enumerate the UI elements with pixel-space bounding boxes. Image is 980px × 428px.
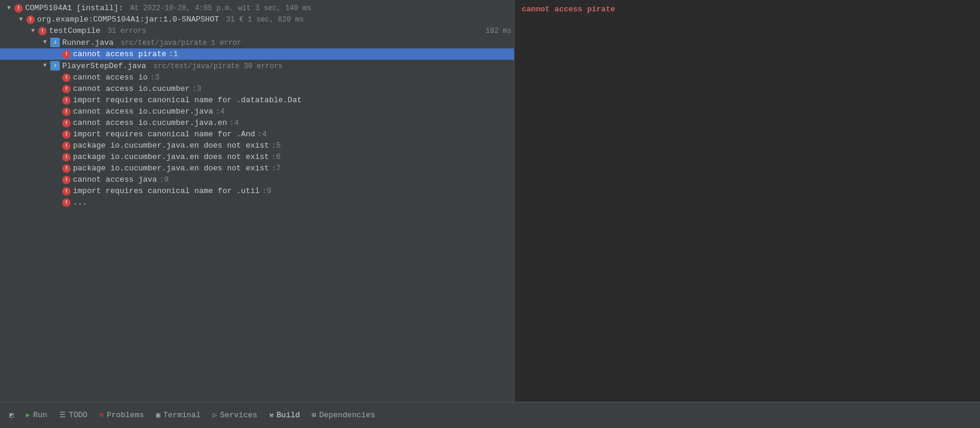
item-text-player-step-def: PlayerStepDef.java src/test/java/pirate … [62,62,512,71]
error-icon-err11: ! [62,187,71,195]
chevron-placeholder [53,153,61,161]
chevron-runner-java[interactable] [41,38,49,47]
item-time-test-compile: 182 ms [486,27,512,35]
tree-item-err5[interactable]: !cannot access io.cucumber.java.en:4 [0,117,514,129]
toolbar-label-build: Build [276,411,300,420]
error-icon-err12: ! [62,198,71,207]
chevron-placeholder [53,119,61,127]
toolbar-item-dependencies[interactable]: ⊞Dependencies [307,408,380,422]
chevron-test-compile[interactable] [29,27,37,35]
error-icon-err4: ! [62,108,71,116]
toolbar-item-todo[interactable]: ☰TODO [54,408,92,422]
error-icon-err7: ! [62,142,71,150]
chevron-placeholder [53,108,61,116]
error-text-err10: cannot access java [73,175,157,184]
tree-item-err6[interactable]: !import requires canonical name for .And… [0,129,514,140]
toolbar-label-dependencies: Dependencies [319,411,376,420]
error-text-err6: import requires canonical name for .And [73,130,255,139]
toolbar-item-problems[interactable]: ⊗Problems [95,408,149,422]
line-num-err11: :9 [262,187,272,195]
line-num-err10: :9 [159,175,169,184]
line-num-err7: :5 [272,141,281,150]
terminal-icon: ▣ [156,411,160,420]
error-icon-err1: ! [62,74,71,82]
build-icon: ⚒ [269,411,273,420]
tree-item-err10[interactable]: !cannot access java:9 [0,174,514,185]
error-count-test-compile: 31 errors [108,27,147,35]
tree-item-err12[interactable]: !... [0,197,514,208]
line-num-err9: :7 [272,164,281,173]
error-text-err5: cannot access io.cucumber.java.en [73,118,227,127]
right-panel: cannot access pirate [515,0,980,402]
tree-item-err3[interactable]: !import requires canonical name for .dat… [0,94,514,106]
filename-org-example: org.example:COMP5104A1:jar:1.0-SNAPSHOT [37,15,219,24]
filename-runner-java: Runner.java [62,38,114,47]
bottom-toolbar: ◩▶Run☰TODO⊗Problems▣Terminal▷Services⚒Bu… [0,402,980,428]
error-icon-err10: ! [62,176,71,184]
toolbar-label-terminal: Terminal [163,411,200,420]
tree-item-err11[interactable]: !import requires canonical name for .uti… [0,185,514,197]
tree-item-err4[interactable]: !cannot access io.cucumber.java:4 [0,106,514,117]
chevron-placeholder [53,198,61,207]
chevron-comp5104-install[interactable] [5,4,13,13]
chevron-placeholder [53,74,61,82]
todo-icon: ☰ [59,411,66,420]
git-icon: ◩ [10,411,14,420]
services-icon: ▷ [212,411,217,420]
toolbar-item-terminal[interactable]: ▣Terminal [151,408,206,422]
error-icon-org-example: ! [26,16,35,24]
chevron-placeholder [53,96,61,105]
error-icon-err6: ! [62,130,71,139]
item-text-org-example: org.example:COMP5104A1:jar:1.0-SNAPSHOT … [37,15,512,24]
build-tree[interactable]: ! COMP5104A1 [install]: At 2022-10-28, 4… [0,0,514,402]
filename-comp5104-install: COMP5104A1 [install]: [25,4,123,13]
tree-item-err2[interactable]: !cannot access io.cucumber:3 [0,83,514,94]
chevron-placeholder [53,142,61,150]
error-text-err3: import requires canonical name for .data… [73,96,302,105]
error-icon-err8: ! [62,153,71,161]
tree-item-runner-java[interactable]: J Runner.java src/test/java/pirate 1 err… [0,36,514,48]
toolbar-label-problems: Problems [106,411,144,420]
toolbar-item-git[interactable]: ◩ [5,408,19,422]
toolbar-item-services[interactable]: ▷Services [208,408,262,422]
filename-test-compile: testCompile [49,26,101,35]
dependencies-icon: ⊞ [312,411,316,420]
right-panel-error-text: cannot access pirate [522,5,615,14]
filepath-player-step-def: src/test/java/pirate 30 errors [153,62,282,71]
toolbar-label-run: Run [33,411,47,420]
chevron-org-example[interactable] [17,16,25,24]
error-text-err11: import requires canonical name for .util [73,187,260,195]
tree-item-org-example[interactable]: ! org.example:COMP5104A1:jar:1.0-SNAPSHO… [0,14,514,25]
tree-item-err1[interactable]: !cannot access io:3 [0,72,514,83]
left-panel: ! COMP5104A1 [install]: At 2022-10-28, 4… [0,0,515,402]
chevron-placeholder [53,130,61,139]
error-icon-cannot-access-pirate: ! [62,50,71,59]
chevron-placeholder [53,164,61,173]
error-count-comp5104-install: At 2022-10-28, 4:05 p.m. wit 3 sec, 140 … [130,4,311,13]
chevron-placeholder [53,85,61,93]
chevron-placeholder [53,176,61,184]
toolbar-item-run[interactable]: ▶Run [21,408,52,422]
filename-player-step-def: PlayerStepDef.java [62,62,146,71]
file-icon-player-step-def: J [50,61,60,71]
error-text-err2: cannot access io.cucumber [73,84,190,93]
toolbar-item-build[interactable]: ⚒Build [264,408,305,422]
tree-item-err7[interactable]: !package io.cucumber.java.en does not ex… [0,140,514,151]
line-num-cannot-access-pirate: :1 [169,50,178,59]
tree-item-cannot-access-pirate[interactable]: !cannot access pirate:1 [0,48,514,60]
error-icon-err5: ! [62,119,71,127]
line-num-err8: :6 [272,152,281,161]
tree-item-err9[interactable]: !package io.cucumber.java.en does not ex… [0,163,514,174]
chevron-player-step-def[interactable] [41,62,49,70]
error-text-err7: package io.cucumber.java.en does not exi… [73,141,269,150]
tree-item-player-step-def[interactable]: J PlayerStepDef.java src/test/java/pirat… [0,60,514,72]
tree-item-err8[interactable]: !package io.cucumber.java.en does not ex… [0,151,514,163]
item-text-runner-java: Runner.java src/test/java/pirate 1 error [62,38,512,47]
error-icon-err2: ! [62,85,71,93]
line-num-err2: :3 [192,84,202,93]
error-text-err9: package io.cucumber.java.en does not exi… [73,164,269,173]
tree-item-test-compile[interactable]: ! testCompile 31 errors 182 ms [0,25,514,36]
toolbar-label-todo: TODO [69,411,87,420]
error-icon-comp5104-install: ! [14,4,23,13]
tree-item-comp5104-install[interactable]: ! COMP5104A1 [install]: At 2022-10-28, 4… [0,2,514,14]
